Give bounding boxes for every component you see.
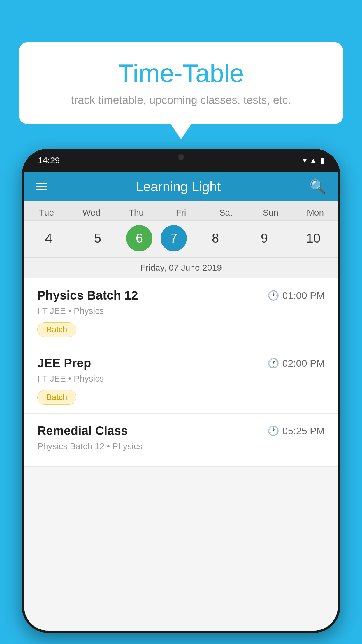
status-bar: 14:29 ▾ ▲ ▮ — [22, 149, 340, 172]
calendar-day-6-today[interactable]: 6 — [126, 225, 152, 251]
clock-icon-1: 🕐 — [268, 290, 279, 301]
bubble-subtitle: track timetable, upcoming classes, tests… — [36, 94, 326, 106]
day-name-thu: Thu — [116, 208, 157, 218]
app-header: Learning Light 🔍 — [24, 172, 338, 201]
class-details-1: IIT JEE • Physics — [37, 306, 325, 316]
class-time-1: 🕐 01:00 PM — [268, 290, 325, 301]
phone-frame: 14:29 ▾ ▲ ▮ Learning Light 🔍 — [22, 149, 340, 633]
app-title: Learning Light — [136, 179, 221, 195]
wifi-icon: ▾ — [303, 156, 307, 165]
calendar-day-7-selected[interactable]: 7 — [161, 225, 187, 251]
clock-icon-3: 🕐 — [268, 425, 279, 436]
class-card-2[interactable]: JEE Prep 🕐 02:00 PM IIT JEE • Physics Ba… — [24, 346, 338, 414]
hamburger-line-2 — [36, 186, 47, 187]
batch-badge-1: Batch — [37, 322, 76, 337]
phone-wrapper: 14:29 ▾ ▲ ▮ Learning Light 🔍 — [22, 149, 340, 644]
calendar-day-10[interactable]: 10 — [293, 225, 334, 251]
hamburger-line-1 — [36, 183, 47, 184]
class-details-2: IIT JEE • Physics — [37, 374, 325, 384]
phone-notch — [162, 152, 200, 163]
day-name-mon: Mon — [295, 208, 336, 218]
calendar-dates: 4 5 6 7 8 9 10 — [24, 221, 338, 258]
day-name-tue: Tue — [26, 208, 67, 218]
bubble-title: Time-Table — [36, 58, 326, 88]
day-name-sat: Sat — [205, 208, 246, 218]
class-time-text-3: 05:25 PM — [282, 425, 325, 437]
batch-badge-2: Batch — [37, 390, 76, 405]
class-name-3: Remedial Class — [37, 424, 128, 438]
class-time-text-2: 02:00 PM — [282, 358, 325, 369]
speech-bubble: Time-Table track timetable, upcoming cla… — [19, 42, 343, 124]
status-icons: ▾ ▲ ▮ — [303, 156, 324, 165]
selected-date-label: Friday, 07 June 2019 — [24, 258, 338, 278]
day-name-fri: Fri — [161, 208, 201, 218]
camera — [178, 154, 184, 160]
calendar-day-4[interactable]: 4 — [28, 225, 69, 251]
classes-list: Physics Batch 12 🕐 01:00 PM IIT JEE • Ph… — [24, 278, 338, 467]
hamburger-line-3 — [36, 189, 47, 190]
hamburger-menu-icon[interactable] — [36, 183, 47, 190]
class-card-3-header: Remedial Class 🕐 05:25 PM — [37, 424, 325, 438]
calendar-day-9[interactable]: 9 — [244, 225, 285, 251]
class-card-1[interactable]: Physics Batch 12 🕐 01:00 PM IIT JEE • Ph… — [24, 278, 338, 346]
battery-icon: ▮ — [320, 156, 324, 165]
class-name-2: JEE Prep — [37, 356, 91, 370]
day-name-sun: Sun — [250, 208, 291, 218]
class-card-3[interactable]: Remedial Class 🕐 05:25 PM Physics Batch … — [24, 414, 338, 467]
calendar-day-names: Tue Wed Thu Fri Sat Sun Mon — [24, 201, 338, 221]
clock-icon-2: 🕐 — [268, 358, 279, 369]
status-time: 14:29 — [38, 155, 60, 165]
speech-bubble-container: Time-Table track timetable, upcoming cla… — [19, 42, 343, 124]
calendar-day-8[interactable]: 8 — [195, 225, 236, 251]
class-card-1-header: Physics Batch 12 🕐 01:00 PM — [37, 288, 325, 302]
signal-icon: ▲ — [310, 156, 317, 165]
class-card-2-header: JEE Prep 🕐 02:00 PM — [37, 356, 325, 370]
calendar-day-5[interactable]: 5 — [77, 225, 118, 251]
day-name-wed: Wed — [71, 208, 112, 218]
class-name-1: Physics Batch 12 — [37, 288, 138, 302]
class-time-text-1: 01:00 PM — [282, 290, 325, 301]
class-time-2: 🕐 02:00 PM — [268, 358, 325, 369]
class-time-3: 🕐 05:25 PM — [268, 425, 325, 437]
class-details-3: Physics Batch 12 • Physics — [37, 441, 325, 451]
phone-screen: Learning Light 🔍 Tue Wed Thu Fri Sat Sun… — [24, 172, 338, 631]
search-icon[interactable]: 🔍 — [310, 179, 326, 195]
